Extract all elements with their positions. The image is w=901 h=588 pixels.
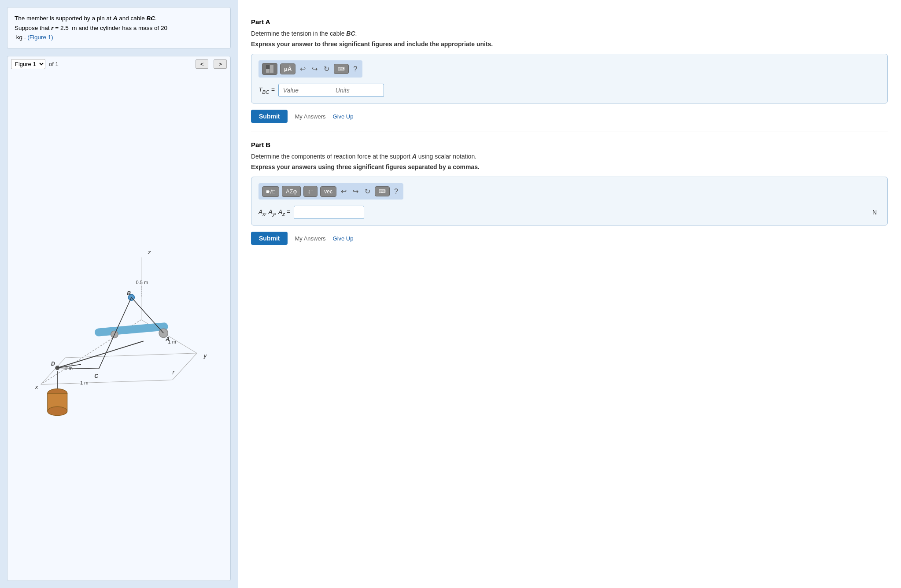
left-panel: The member is supported by a pin at A an… [0, 0, 238, 588]
part-a-instruction: Express your answer to three significant… [251, 41, 888, 48]
refresh-button[interactable]: ↻ [322, 64, 331, 74]
part-b-answer-box: ■√□ ΑΣφ ↕↑ vec ↩ ↪ ↻ ⌨ ? Ax, Ay, Az = N [251, 177, 888, 226]
svg-text:x: x [35, 384, 38, 390]
problem-text: The member is supported by a pin at A an… [15, 14, 223, 42]
part-b-unit-label: N [872, 209, 880, 216]
svg-text:D: D [51, 361, 55, 367]
arrows-button[interactable]: ↕↑ [303, 186, 318, 197]
undo-b-button[interactable]: ↩ [339, 186, 348, 196]
part-a-value-input[interactable] [278, 84, 331, 97]
redo-b-button[interactable]: ↪ [351, 186, 360, 196]
part-a-give-up[interactable]: Give Up [333, 113, 354, 120]
figure-next-button[interactable]: > [214, 59, 227, 69]
part-b-description: Determine the components of reaction for… [251, 153, 888, 160]
svg-line-23 [57, 341, 143, 368]
part-a-description: Determine the tension in the cable BC. [251, 30, 888, 37]
sqrt-button[interactable]: ■√□ [262, 186, 279, 197]
part-a-submit-button[interactable]: Submit [251, 110, 288, 123]
part-b-section: Part B Determine the components of react… [251, 132, 888, 254]
part-b-my-answers[interactable]: My Answers [295, 235, 325, 242]
sigma-button[interactable]: ΑΣφ [282, 186, 301, 197]
figure-canvas: z y x B [7, 72, 230, 581]
part-a-units-input[interactable] [331, 84, 384, 97]
refresh-b-button[interactable]: ↻ [363, 186, 372, 196]
keyboard-button[interactable]: ⌨ [334, 64, 349, 74]
svg-line-8 [173, 353, 197, 380]
right-panel: Part A Determine the tension in the cabl… [238, 0, 901, 588]
part-a-my-answers[interactable]: My Answers [295, 113, 325, 120]
part-b-title: Part B [251, 141, 888, 148]
svg-text:0.5 m: 0.5 m [136, 280, 148, 285]
part-a-title: Part A [251, 18, 888, 26]
svg-point-33 [48, 407, 67, 415]
part-b-toolbar: ■√□ ΑΣφ ↕↑ vec ↩ ↪ ↻ ⌨ ? [258, 183, 403, 200]
svg-text:z: z [148, 249, 151, 255]
mu-icon-button[interactable]: μÅ [280, 63, 295, 74]
figure-link[interactable]: (Figure 1) [27, 34, 53, 41]
svg-text:1 m: 1 m [64, 366, 73, 371]
figure-svg: z y x B [12, 77, 226, 576]
part-b-value-input[interactable] [294, 206, 364, 219]
figure-header: Figure 1 of 1 < > [7, 56, 230, 72]
help-b-button[interactable]: ? [392, 187, 400, 196]
grid-icon-button[interactable] [262, 63, 277, 75]
keyboard-b-button[interactable]: ⌨ [375, 186, 390, 196]
part-b-submit-button[interactable]: Submit [251, 232, 288, 245]
svg-line-6 [66, 353, 197, 358]
svg-line-24 [57, 368, 99, 369]
figure-prev-button[interactable]: < [196, 59, 209, 69]
svg-text:r: r [173, 370, 175, 376]
redo-button[interactable]: ↪ [310, 64, 319, 74]
figure-of-label: of 1 [49, 61, 59, 67]
part-b-input-label: Ax, Ay, Az = [258, 208, 290, 217]
part-b-submit-row: Submit My Answers Give Up [251, 232, 888, 245]
part-a-answer-box: μÅ ↩ ↪ ↻ ⌨ ? TBC = [251, 54, 888, 104]
svg-line-9 [41, 380, 173, 384]
svg-text:B: B [127, 290, 131, 296]
svg-rect-10 [94, 322, 168, 337]
figure-select[interactable]: Figure 1 [11, 59, 45, 69]
svg-text:1 m: 1 m [80, 380, 89, 385]
svg-text:y: y [203, 352, 207, 359]
vec-button[interactable]: vec [320, 186, 336, 197]
part-a-section: Part A Determine the tension in the cabl… [251, 9, 888, 132]
svg-text:1 m: 1 m [168, 339, 176, 344]
figure-container: Figure 1 of 1 < > z y x [7, 56, 231, 581]
help-button[interactable]: ? [351, 64, 359, 74]
part-a-toolbar: μÅ ↩ ↪ ↻ ⌨ ? [258, 60, 362, 78]
svg-text:C: C [94, 373, 98, 379]
part-a-input-label: TBC = [258, 86, 275, 95]
part-b-input-row: Ax, Ay, Az = N [258, 206, 880, 219]
part-b-instruction: Express your answers using three signifi… [251, 163, 888, 170]
part-b-give-up[interactable]: Give Up [333, 235, 354, 242]
part-a-submit-row: Submit My Answers Give Up [251, 110, 888, 123]
problem-text-box: The member is supported by a pin at A an… [7, 7, 231, 49]
undo-button[interactable]: ↩ [298, 64, 307, 74]
part-a-input-row: TBC = [258, 84, 880, 97]
